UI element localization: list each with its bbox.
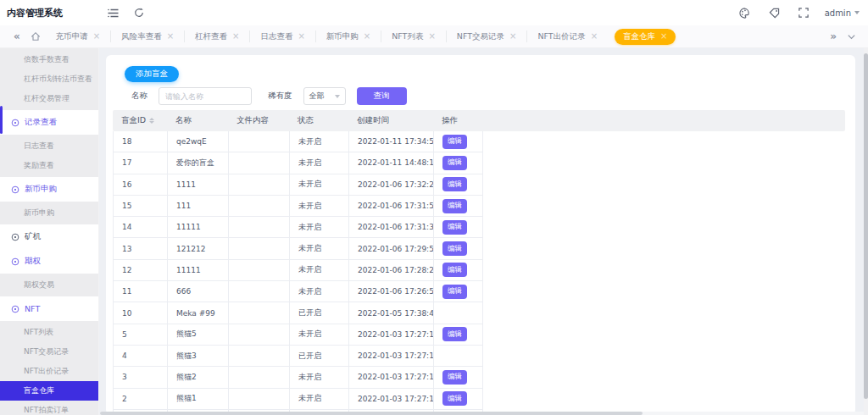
tab-actions-icon[interactable]: [847, 32, 856, 42]
sidebar-menu: 倍数手数查看杠杆币划转法币查看杠杆交易管理记录查看日志查看奖励查看新币申购新币申…: [0, 48, 98, 415]
sidebar-parent-item[interactable]: NFT: [0, 296, 98, 321]
cell-id: 15: [114, 196, 168, 216]
cell-actions: 编辑: [434, 367, 483, 387]
cell-status: 未开启: [290, 196, 349, 216]
edit-button[interactable]: 编辑: [442, 135, 467, 149]
edit-button[interactable]: 编辑: [442, 199, 467, 213]
cell-name: 111: [168, 196, 229, 216]
sidebar-item[interactable]: 奖励查看: [0, 156, 98, 175]
horizontal-scrollbar-thumb[interactable]: [100, 412, 643, 415]
theme-icon[interactable]: [739, 8, 750, 19]
edit-button[interactable]: 编辑: [442, 220, 467, 235]
cell-status: 已开启: [290, 302, 349, 323]
close-icon[interactable]: ×: [428, 32, 435, 41]
tab[interactable]: 新币申购×: [315, 30, 381, 42]
query-button[interactable]: 查询: [357, 87, 407, 105]
tab-label: 日志查看: [260, 31, 292, 42]
scroll-tabs-right-icon[interactable]: »: [830, 30, 837, 42]
close-icon[interactable]: ×: [660, 32, 667, 41]
tab-label: 风险率查看: [121, 31, 162, 42]
app-root: 内容管理系统 admin « 充币申请×风险率查: [0, 0, 868, 415]
close-icon[interactable]: ×: [232, 32, 239, 41]
cell-actions: 编辑: [434, 281, 483, 302]
close-icon[interactable]: ×: [364, 32, 370, 41]
tab[interactable]: 充币申请×: [46, 30, 110, 42]
column-header[interactable]: 盲盒ID: [113, 115, 167, 126]
home-icon[interactable]: [31, 31, 41, 42]
edit-button[interactable]: 编辑: [442, 285, 467, 299]
scroll-tabs-left-icon[interactable]: «: [14, 30, 20, 42]
tab-list: 充币申请×风险率查看×杠杆查看×日志查看×新币申购×NFT列表×NFT交易记录×…: [46, 25, 825, 47]
edit-button[interactable]: 编辑: [442, 177, 467, 191]
sidebar-item[interactable]: 杠杆币划转法币查看: [0, 69, 98, 89]
horizontal-scrollbar[interactable]: [100, 412, 868, 415]
close-icon[interactable]: ×: [167, 32, 174, 41]
user-dropdown[interactable]: admin: [825, 8, 860, 18]
tab[interactable]: NFT出价记录×: [526, 30, 608, 42]
sidebar-scrollbar[interactable]: [0, 106, 3, 134]
sidebar-parent-item[interactable]: 记录查看: [0, 110, 98, 135]
edit-button[interactable]: 编辑: [442, 263, 467, 277]
cell-status: 未开启: [290, 152, 349, 173]
content: 添加盲盒 名称 稀有度 全部 查询 盲盒ID名称文件内容状态创建时间操作 18q…: [99, 48, 868, 415]
table-row: 2熊猫1未开启2022-01-03 17:27:12编辑: [113, 389, 483, 410]
sidebar-item[interactable]: 期权交易: [0, 275, 98, 295]
sidebar-parent-item[interactable]: 矿机: [0, 224, 98, 249]
close-icon[interactable]: ×: [93, 32, 100, 41]
column-label: 盲盒ID: [121, 115, 146, 126]
cell-status: 已开启: [290, 346, 349, 366]
sort-icon[interactable]: [149, 118, 154, 124]
cell-file: [229, 324, 290, 345]
sidebar-parent-item[interactable]: 新币申购: [0, 177, 98, 202]
table-row: 1211111未开启2022-01-06 17:28:25编辑: [113, 260, 483, 281]
table-row: 17爱你的盲盒未开启2022-01-11 14:48:16编辑: [113, 152, 483, 174]
edit-button[interactable]: 编辑: [442, 391, 467, 406]
edit-button[interactable]: 编辑: [442, 327, 467, 341]
table-row: 11666未开启2022-01-06 17:26:51编辑: [113, 281, 483, 302]
edit-button[interactable]: 编辑: [442, 156, 467, 170]
tab[interactable]: 杠杆查看×: [184, 30, 249, 42]
sidebar-item[interactable]: 日志查看: [0, 136, 98, 156]
name-input[interactable]: [159, 87, 252, 105]
vertical-scrollbar[interactable]: [864, 48, 868, 415]
cell-name: 熊猫5: [168, 324, 229, 345]
refresh-icon[interactable]: [134, 8, 144, 18]
edit-button[interactable]: 编辑: [442, 241, 467, 256]
edit-button[interactable]: 编辑: [442, 370, 467, 385]
tab-label: NFT出价记录: [537, 31, 585, 42]
menu-fold-icon[interactable]: [108, 8, 119, 18]
add-blindbox-button[interactable]: 添加盲盒: [125, 66, 179, 82]
cell-status: 未开启: [290, 324, 349, 345]
close-icon[interactable]: ×: [509, 32, 516, 41]
column-label: 名称: [175, 115, 192, 126]
tab[interactable]: NFT交易记录×: [446, 30, 527, 42]
tag-icon[interactable]: [769, 8, 780, 19]
cell-actions: 编辑: [434, 324, 483, 345]
sidebar-item[interactable]: 倍数手数查看: [0, 50, 98, 69]
cell-actions: 编辑: [434, 389, 483, 409]
close-icon[interactable]: ×: [298, 32, 304, 41]
sidebar-item[interactable]: NFT拍卖订单: [0, 401, 98, 415]
sidebar-item-active[interactable]: 盲盒仓库: [0, 381, 98, 401]
tab[interactable]: NFT列表×: [381, 30, 446, 42]
close-icon[interactable]: ×: [591, 32, 598, 41]
table-row: 161111未开启2022-01-06 17:32:23编辑: [113, 174, 483, 196]
tab[interactable]: 盲盒仓库×: [615, 29, 676, 45]
sidebar-item[interactable]: NFT列表: [0, 323, 98, 342]
sidebar-item[interactable]: NFT交易记录: [0, 342, 98, 362]
cell-name: 11111: [168, 260, 229, 280]
vertical-scrollbar-thumb[interactable]: [864, 53, 868, 399]
fullscreen-icon[interactable]: [798, 8, 809, 18]
sidebar-item[interactable]: NFT出价记录: [0, 362, 98, 381]
cell-file: [229, 302, 290, 323]
sidebar-item[interactable]: 新币申购: [0, 203, 98, 223]
rarity-select[interactable]: 全部: [303, 87, 346, 105]
sidebar-item[interactable]: 杠杆交易管理: [0, 89, 98, 108]
sidebar-parent-item[interactable]: 期权: [0, 249, 98, 274]
menu-icon: [11, 305, 19, 313]
tab[interactable]: 日志查看×: [249, 30, 314, 42]
tab[interactable]: 风险率查看×: [110, 30, 184, 42]
cell-id: 5: [114, 324, 168, 345]
column-header: 操作: [433, 115, 482, 126]
cell-actions: 编辑: [434, 238, 483, 258]
